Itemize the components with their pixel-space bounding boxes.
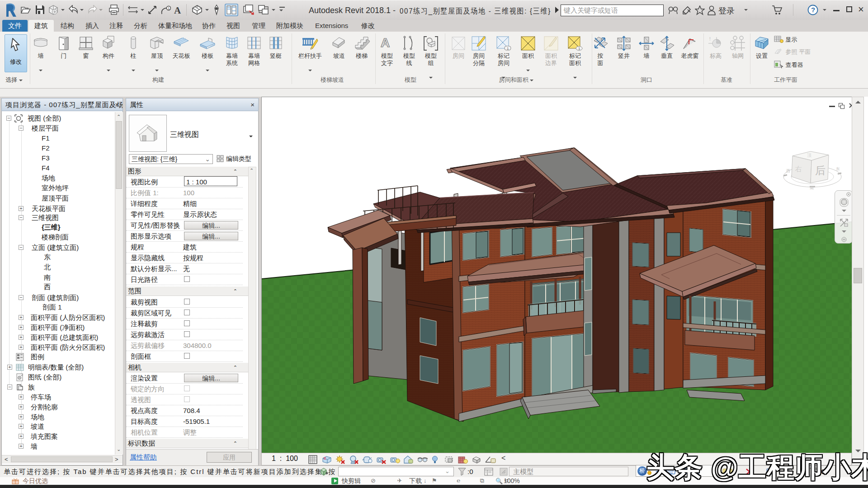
svg-text:1: 1 bbox=[168, 6, 170, 10]
svg-text:1: 1 bbox=[578, 47, 580, 51]
svg-text:1: 1 bbox=[507, 47, 509, 51]
svg-text:A: A bbox=[381, 36, 390, 50]
svg-text:南: 南 bbox=[810, 186, 814, 190]
svg-text:右: 右 bbox=[795, 165, 802, 173]
svg-text:?: ? bbox=[811, 6, 815, 14]
svg-text:后: 后 bbox=[815, 164, 826, 176]
svg-text:顶: 顶 bbox=[807, 153, 811, 158]
svg-text:!: ! bbox=[709, 37, 711, 42]
svg-text:西: 西 bbox=[786, 169, 790, 173]
svg-text:东: 东 bbox=[835, 167, 840, 171]
